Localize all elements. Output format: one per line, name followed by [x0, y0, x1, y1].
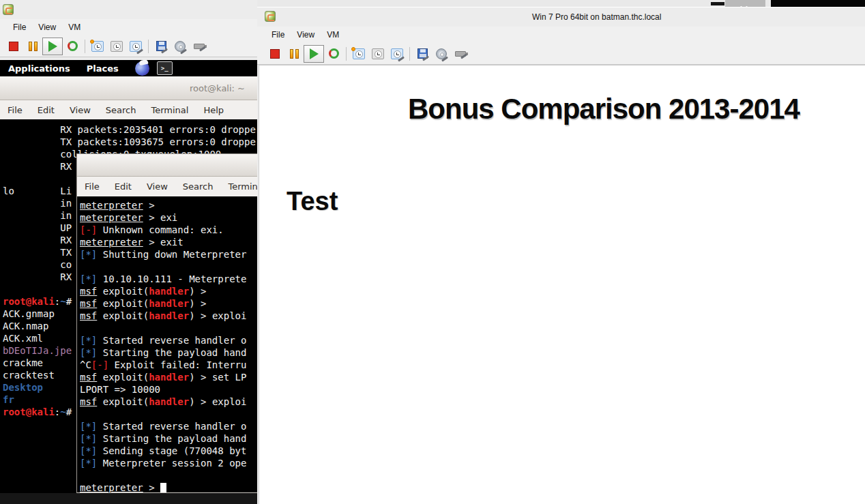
slide-body-text: Test — [287, 187, 338, 216]
terminal-line: meterpreter > exit — [77, 236, 257, 248]
snapshot-manager-button[interactable] — [387, 45, 407, 63]
term-menu-edit[interactable]: Edit — [30, 105, 62, 115]
terminal-line: [*] Started reverse handler o — [77, 420, 257, 432]
term-menu-file[interactable]: File — [0, 105, 30, 115]
floppy-settings-icon — [156, 41, 166, 51]
usb-settings-icon — [194, 44, 205, 49]
term-menu-search[interactable]: Search — [175, 181, 221, 192]
terminal-titlebar[interactable] — [77, 154, 257, 177]
terminal-line: msf exploit(handler) > set LP — [77, 371, 257, 383]
pause-icon — [290, 49, 299, 59]
cd-settings-icon — [175, 41, 186, 52]
take-snapshot-button[interactable] — [349, 45, 368, 63]
menu-view[interactable]: View — [32, 23, 62, 32]
vm-stop-button[interactable] — [265, 45, 284, 63]
kali-menu-applications[interactable]: Applications — [0, 63, 78, 74]
toolbar-separator — [148, 40, 149, 53]
vmware-logo-icon — [265, 11, 276, 22]
stop-icon — [9, 42, 18, 51]
terminal-line: [*] 10.10.10.111 - Meterprete — [77, 273, 257, 285]
pause-icon — [29, 42, 38, 51]
terminal-line: LPORT => 10000 — [77, 383, 257, 396]
cd-settings-button[interactable] — [432, 45, 451, 63]
vm-stop-button[interactable] — [4, 38, 23, 55]
terminal-line — [77, 408, 257, 420]
vm-reset-button[interactable] — [63, 38, 82, 55]
stop-icon — [270, 49, 280, 59]
left-window-titlebar[interactable] — [0, 0, 257, 19]
right-window-menubar: File View VM — [257, 27, 865, 43]
terminal-line — [77, 261, 257, 273]
take-snapshot-button[interactable] — [88, 38, 107, 55]
terminal-line: RX packets:2035401 errors:0 droppe — [0, 123, 257, 136]
play-icon — [310, 48, 319, 59]
terminal-line: TX packets:1093675 errors:0 droppe — [0, 136, 257, 148]
vm-play-button[interactable] — [304, 45, 324, 63]
cd-settings-button[interactable] — [171, 38, 190, 55]
vm-pause-button[interactable] — [23, 38, 42, 55]
menu-view[interactable]: View — [291, 30, 321, 40]
usb-settings-button[interactable] — [451, 45, 470, 63]
menu-file[interactable]: File — [7, 23, 32, 32]
take-snapshot-icon — [353, 48, 365, 59]
reset-icon — [329, 48, 339, 59]
snapshot-manager-icon — [130, 41, 142, 52]
menu-vm[interactable]: VM — [321, 30, 345, 40]
reset-icon — [68, 41, 78, 51]
terminal-line: msf exploit(handler) > — [77, 285, 257, 297]
vmware-logo-icon — [3, 4, 14, 15]
win7-guest-display[interactable]: Bonus Comparison 2013-2014 Test — [259, 65, 865, 504]
terminal-line: meterpreter > — [77, 199, 257, 211]
floppy-settings-icon — [417, 48, 428, 59]
terminal-titlebar[interactable]: root@kali: ~ — [0, 76, 257, 100]
terminal-line — [77, 322, 257, 334]
window-title: Win 7 Pro 64bit on batman.thc.local — [532, 12, 661, 22]
menu-file[interactable]: File — [265, 30, 291, 40]
screen: File View VM Applications Places >_ — [0, 0, 865, 504]
vmware-window-kali: File View VM Applications Places >_ — [0, 0, 257, 504]
term-menu-terminal[interactable]: Terminal — [220, 181, 257, 192]
terminal-line: [-] Unknown command: exi. — [77, 224, 257, 236]
revert-snapshot-icon — [111, 41, 123, 52]
play-icon — [48, 41, 57, 52]
terminal-output[interactable]: meterpreter >meterpreter > exi[-] Unknow… — [77, 196, 257, 492]
kali-top-panel: Applications Places >_ — [0, 60, 257, 76]
floppy-settings-button[interactable] — [151, 38, 171, 55]
vm-play-button[interactable] — [42, 38, 63, 55]
right-window-titlebar[interactable]: Win 7 Pro 64bit on batman.thc.local — [257, 8, 865, 27]
slide-title: Bonus Comparison 2013-2014 — [408, 93, 800, 125]
term-menu-file[interactable]: File — [77, 181, 107, 192]
right-window-toolbar — [257, 43, 865, 65]
terminal-line: msf exploit(handler) > exploi — [77, 396, 257, 408]
terminal-line: [*] Shutting down Meterpreter — [77, 248, 257, 261]
terminal-line: [*] Meterpreter session 2 ope — [77, 457, 257, 469]
terminal-line: meterpreter > — [77, 481, 257, 492]
toolbar-separator — [346, 47, 347, 61]
term-menu-terminal[interactable]: Terminal — [143, 105, 196, 115]
terminal-launcher-icon[interactable]: >_ — [157, 61, 173, 75]
terminal-line: msf exploit(handler) > exploi — [77, 310, 257, 322]
terminal-window-foreground: File Edit View Search Terminal meterpret… — [76, 153, 257, 493]
menu-vm[interactable]: VM — [62, 23, 87, 32]
kali-guest-display[interactable]: Applications Places >_ root@kali: ~ File… — [0, 60, 257, 504]
minimize-icon[interactable] — [711, 2, 724, 5]
terminal-line: msf exploit(handler) > — [77, 297, 257, 310]
vm-pause-button[interactable] — [284, 45, 304, 63]
terminal-line — [77, 469, 257, 481]
iceweasel-icon[interactable] — [135, 61, 149, 76]
term-menu-search[interactable]: Search — [98, 105, 144, 115]
kali-menu-places[interactable]: Places — [78, 63, 127, 74]
term-menu-help[interactable]: Help — [196, 105, 231, 115]
snapshot-manager-icon — [391, 48, 403, 59]
term-menu-view[interactable]: View — [139, 181, 175, 192]
revert-snapshot-button[interactable] — [368, 45, 387, 63]
term-menu-view[interactable]: View — [62, 105, 98, 115]
vm-reset-button[interactable] — [324, 45, 343, 63]
snapshot-manager-button[interactable] — [126, 38, 145, 55]
take-snapshot-icon — [91, 41, 104, 52]
revert-snapshot-button[interactable] — [107, 38, 126, 55]
usb-settings-icon — [455, 51, 466, 57]
floppy-settings-button[interactable] — [413, 45, 432, 63]
usb-settings-button[interactable] — [190, 38, 209, 55]
term-menu-edit[interactable]: Edit — [107, 181, 139, 192]
